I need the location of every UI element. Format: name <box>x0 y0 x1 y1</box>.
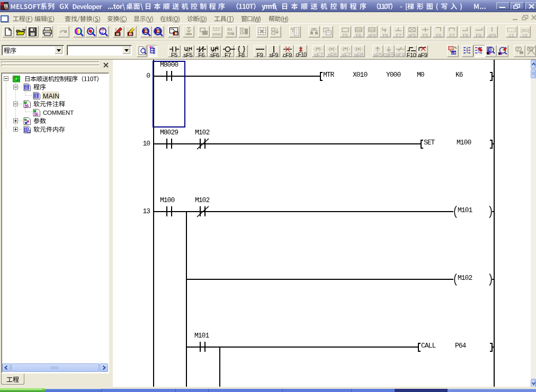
svg-text:12: 12 <box>100 31 103 34</box>
svg-text:error: error <box>212 32 221 36</box>
svg-text:LD: LD <box>452 51 457 54</box>
